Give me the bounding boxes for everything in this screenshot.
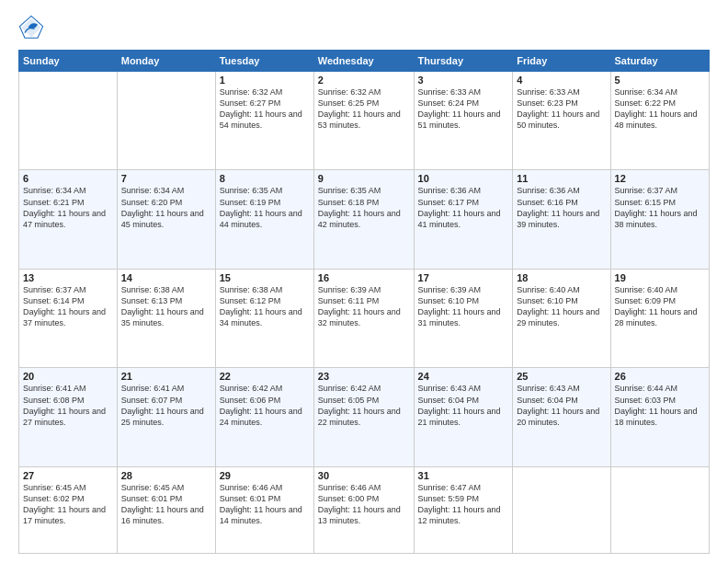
calendar-week-row: 20Sunrise: 6:41 AMSunset: 6:08 PMDayligh… bbox=[19, 368, 710, 466]
day-info: Sunrise: 6:41 AMSunset: 6:08 PMDaylight:… bbox=[23, 383, 113, 428]
calendar-day-cell: 21Sunrise: 6:41 AMSunset: 6:07 PMDayligh… bbox=[117, 368, 215, 466]
day-number: 17 bbox=[418, 272, 509, 283]
day-info: Sunrise: 6:42 AMSunset: 6:05 PMDaylight:… bbox=[318, 383, 410, 428]
calendar-day-cell: 28Sunrise: 6:45 AMSunset: 6:01 PMDayligh… bbox=[117, 466, 215, 553]
calendar-day-cell: 10Sunrise: 6:36 AMSunset: 6:17 PMDayligh… bbox=[414, 170, 513, 269]
calendar-day-header: Sunday bbox=[19, 51, 118, 72]
calendar-day-cell: 27Sunrise: 6:45 AMSunset: 6:02 PMDayligh… bbox=[19, 466, 118, 553]
day-info: Sunrise: 6:42 AMSunset: 6:06 PMDaylight:… bbox=[220, 383, 310, 428]
calendar-week-row: 27Sunrise: 6:45 AMSunset: 6:02 PMDayligh… bbox=[19, 466, 710, 553]
day-info: Sunrise: 6:38 AMSunset: 6:13 PMDaylight:… bbox=[121, 284, 211, 329]
day-number: 11 bbox=[517, 173, 606, 184]
logo-area bbox=[18, 15, 46, 40]
calendar-day-cell: 31Sunrise: 6:47 AMSunset: 5:59 PMDayligh… bbox=[414, 466, 513, 553]
day-info: Sunrise: 6:44 AMSunset: 6:03 PMDaylight:… bbox=[615, 383, 705, 428]
day-number: 24 bbox=[418, 371, 509, 382]
day-info: Sunrise: 6:46 AMSunset: 6:01 PMDaylight:… bbox=[220, 482, 310, 527]
day-number: 2 bbox=[318, 75, 410, 86]
calendar-day-cell: 25Sunrise: 6:43 AMSunset: 6:04 PMDayligh… bbox=[513, 368, 610, 466]
calendar-day-cell: 26Sunrise: 6:44 AMSunset: 6:03 PMDayligh… bbox=[610, 368, 709, 466]
calendar-day-cell: 18Sunrise: 6:40 AMSunset: 6:10 PMDayligh… bbox=[513, 269, 610, 367]
day-number: 15 bbox=[220, 272, 310, 283]
calendar-day-cell: 13Sunrise: 6:37 AMSunset: 6:14 PMDayligh… bbox=[19, 269, 118, 367]
calendar-day-cell: 7Sunrise: 6:34 AMSunset: 6:20 PMDaylight… bbox=[117, 170, 215, 269]
calendar-day-cell: 6Sunrise: 6:34 AMSunset: 6:21 PMDaylight… bbox=[19, 170, 118, 269]
day-info: Sunrise: 6:35 AMSunset: 6:19 PMDaylight:… bbox=[220, 185, 310, 230]
calendar-header-row: SundayMondayTuesdayWednesdayThursdayFrid… bbox=[19, 51, 710, 72]
calendar-day-cell: 12Sunrise: 6:37 AMSunset: 6:15 PMDayligh… bbox=[610, 170, 709, 269]
calendar-day-cell: 23Sunrise: 6:42 AMSunset: 6:05 PMDayligh… bbox=[313, 368, 414, 466]
page: SundayMondayTuesdayWednesdayThursdayFrid… bbox=[0, 0, 728, 563]
day-info: Sunrise: 6:45 AMSunset: 6:02 PMDaylight:… bbox=[23, 482, 113, 527]
calendar-day-header: Tuesday bbox=[215, 51, 313, 72]
calendar-day-cell: 17Sunrise: 6:39 AMSunset: 6:10 PMDayligh… bbox=[414, 269, 513, 367]
day-info: Sunrise: 6:34 AMSunset: 6:22 PMDaylight:… bbox=[615, 86, 705, 132]
day-number: 28 bbox=[121, 470, 211, 481]
day-info: Sunrise: 6:40 AMSunset: 6:10 PMDaylight:… bbox=[517, 284, 606, 329]
day-info: Sunrise: 6:34 AMSunset: 6:21 PMDaylight:… bbox=[23, 185, 113, 230]
day-info: Sunrise: 6:41 AMSunset: 6:07 PMDaylight:… bbox=[121, 383, 211, 428]
calendar-day-cell: 24Sunrise: 6:43 AMSunset: 6:04 PMDayligh… bbox=[414, 368, 513, 466]
day-number: 16 bbox=[318, 272, 410, 283]
day-number: 26 bbox=[615, 371, 705, 382]
day-number: 19 bbox=[615, 272, 705, 283]
day-info: Sunrise: 6:39 AMSunset: 6:10 PMDaylight:… bbox=[418, 284, 509, 329]
day-info: Sunrise: 6:38 AMSunset: 6:12 PMDaylight:… bbox=[220, 284, 310, 329]
day-number: 22 bbox=[220, 371, 310, 382]
calendar-week-row: 13Sunrise: 6:37 AMSunset: 6:14 PMDayligh… bbox=[19, 269, 710, 367]
day-number: 18 bbox=[517, 272, 606, 283]
calendar-day-header: Wednesday bbox=[313, 51, 414, 72]
day-info: Sunrise: 6:39 AMSunset: 6:11 PMDaylight:… bbox=[318, 284, 410, 329]
calendar-day-cell bbox=[610, 466, 709, 553]
day-info: Sunrise: 6:36 AMSunset: 6:17 PMDaylight:… bbox=[418, 185, 509, 230]
day-info: Sunrise: 6:40 AMSunset: 6:09 PMDaylight:… bbox=[615, 284, 705, 329]
day-number: 29 bbox=[220, 470, 310, 481]
calendar-day-cell bbox=[513, 466, 610, 553]
calendar-week-row: 1Sunrise: 6:32 AMSunset: 6:27 PMDaylight… bbox=[19, 72, 710, 170]
day-number: 5 bbox=[615, 75, 705, 86]
calendar-day-cell: 4Sunrise: 6:33 AMSunset: 6:23 PMDaylight… bbox=[513, 72, 610, 170]
day-number: 25 bbox=[517, 371, 606, 382]
calendar-week-row: 6Sunrise: 6:34 AMSunset: 6:21 PMDaylight… bbox=[19, 170, 710, 269]
day-number: 20 bbox=[23, 371, 113, 382]
calendar-day-cell: 15Sunrise: 6:38 AMSunset: 6:12 PMDayligh… bbox=[215, 269, 313, 367]
day-number: 27 bbox=[23, 470, 113, 481]
day-number: 23 bbox=[318, 371, 410, 382]
calendar-day-cell: 5Sunrise: 6:34 AMSunset: 6:22 PMDaylight… bbox=[610, 72, 709, 170]
day-info: Sunrise: 6:37 AMSunset: 6:15 PMDaylight:… bbox=[615, 185, 705, 230]
day-info: Sunrise: 6:43 AMSunset: 6:04 PMDaylight:… bbox=[418, 383, 509, 428]
calendar-day-cell bbox=[117, 72, 215, 170]
day-info: Sunrise: 6:43 AMSunset: 6:04 PMDaylight:… bbox=[517, 383, 606, 428]
calendar-day-cell: 9Sunrise: 6:35 AMSunset: 6:18 PMDaylight… bbox=[313, 170, 414, 269]
day-number: 30 bbox=[318, 470, 410, 481]
calendar-day-header: Saturday bbox=[610, 51, 709, 72]
calendar-day-header: Friday bbox=[513, 51, 610, 72]
calendar-day-header: Thursday bbox=[414, 51, 513, 72]
day-info: Sunrise: 6:37 AMSunset: 6:14 PMDaylight:… bbox=[23, 284, 113, 329]
calendar-day-cell bbox=[19, 72, 118, 170]
day-info: Sunrise: 6:45 AMSunset: 6:01 PMDaylight:… bbox=[121, 482, 211, 527]
day-number: 14 bbox=[121, 272, 211, 283]
calendar-day-cell: 20Sunrise: 6:41 AMSunset: 6:08 PMDayligh… bbox=[19, 368, 118, 466]
day-info: Sunrise: 6:36 AMSunset: 6:16 PMDaylight:… bbox=[517, 185, 606, 230]
day-number: 3 bbox=[418, 75, 509, 86]
day-number: 6 bbox=[23, 173, 113, 184]
calendar-day-cell: 2Sunrise: 6:32 AMSunset: 6:25 PMDaylight… bbox=[313, 72, 414, 170]
calendar-day-cell: 30Sunrise: 6:46 AMSunset: 6:00 PMDayligh… bbox=[313, 466, 414, 553]
logo-icon bbox=[18, 15, 44, 40]
day-number: 9 bbox=[318, 173, 410, 184]
day-number: 10 bbox=[418, 173, 509, 184]
header bbox=[18, 15, 710, 40]
calendar-day-cell: 22Sunrise: 6:42 AMSunset: 6:06 PMDayligh… bbox=[215, 368, 313, 466]
day-number: 8 bbox=[220, 173, 310, 184]
day-info: Sunrise: 6:35 AMSunset: 6:18 PMDaylight:… bbox=[318, 185, 410, 230]
day-number: 21 bbox=[121, 371, 211, 382]
calendar-day-cell: 16Sunrise: 6:39 AMSunset: 6:11 PMDayligh… bbox=[313, 269, 414, 367]
calendar-table: SundayMondayTuesdayWednesdayThursdayFrid… bbox=[18, 50, 710, 554]
calendar-day-header: Monday bbox=[117, 51, 215, 72]
day-info: Sunrise: 6:47 AMSunset: 5:59 PMDaylight:… bbox=[418, 482, 509, 527]
calendar-day-cell: 19Sunrise: 6:40 AMSunset: 6:09 PMDayligh… bbox=[610, 269, 709, 367]
day-number: 12 bbox=[615, 173, 705, 184]
day-info: Sunrise: 6:32 AMSunset: 6:25 PMDaylight:… bbox=[318, 86, 410, 132]
day-info: Sunrise: 6:33 AMSunset: 6:23 PMDaylight:… bbox=[517, 86, 606, 132]
